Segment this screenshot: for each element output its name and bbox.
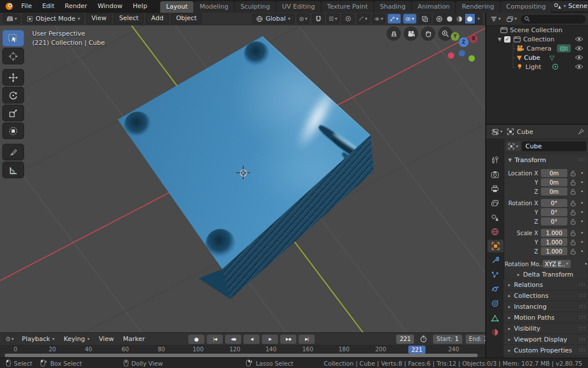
previous-keyframe-button[interactable]: ◀◆: [225, 335, 241, 344]
tab-layout[interactable]: Layout: [160, 1, 193, 13]
tab-render[interactable]: [488, 168, 502, 181]
panel-drag-grip[interactable]: ∷∷: [579, 315, 585, 320]
scene-selector[interactable]: ▾ Scene ×: [551, 1, 588, 12]
tab-shading[interactable]: Shading: [374, 1, 412, 13]
gizmo-axis-z-negative[interactable]: [459, 50, 465, 56]
gizmo-axis-y-negative[interactable]: [469, 55, 475, 62]
menu-object[interactable]: Object: [171, 13, 202, 24]
outliner-row-camera[interactable]: Camera: [486, 44, 588, 53]
zoom-view-button[interactable]: [438, 26, 452, 41]
menu-add[interactable]: Add: [146, 13, 168, 24]
outliner-filter-button[interactable]: ▾: [489, 16, 502, 23]
panel-visibility[interactable]: ▸ Visibility ∷∷: [504, 323, 588, 334]
object-name-field[interactable]: Cube: [522, 141, 586, 151]
blender-logo-icon[interactable]: [5, 2, 14, 10]
outliner-row-scene-collection[interactable]: Scene Collection: [486, 25, 588, 34]
location-z-field[interactable]: 0m: [541, 187, 567, 195]
transform-panel-header[interactable]: ▼ Transform ∷∷: [505, 155, 587, 165]
animate-dot[interactable]: •: [581, 239, 583, 245]
playhead[interactable]: 221: [408, 346, 425, 354]
menu-select[interactable]: Select: [114, 13, 144, 24]
play-reverse-button[interactable]: ◀: [243, 335, 260, 344]
snap-toggle[interactable]: [312, 14, 324, 24]
animate-dot[interactable]: •: [581, 179, 583, 185]
menu-view[interactable]: View: [86, 13, 111, 24]
lock-icon[interactable]: [570, 179, 576, 186]
panel-drag-grip[interactable]: ∷∷: [579, 157, 584, 163]
panel-drag-grip[interactable]: ∷∷: [579, 293, 585, 298]
timeline-scrollbar[interactable]: [5, 354, 478, 357]
tab-object-data[interactable]: [488, 312, 502, 324]
frame-start-field[interactable]: Start: 1: [433, 335, 462, 344]
animate-dot[interactable]: •: [585, 261, 587, 267]
menu-playback[interactable]: Playback▾: [18, 335, 58, 343]
rotation-x-field[interactable]: 0°: [541, 199, 567, 207]
panel-relations[interactable]: ▸ Relations ∷∷: [504, 279, 588, 290]
outliner-row-light[interactable]: Light: [486, 62, 588, 71]
shading-wireframe-button[interactable]: [434, 14, 444, 24]
lock-icon[interactable]: [570, 200, 576, 206]
shading-material-button[interactable]: [455, 14, 465, 24]
panel-custom-properties[interactable]: ▸ Custom Properties ∷∷: [504, 345, 588, 356]
lock-icon[interactable]: [570, 239, 576, 246]
proportional-editing-toggle[interactable]: [342, 14, 354, 24]
pan-view-button[interactable]: [421, 26, 435, 41]
tool-select-box[interactable]: [2, 30, 24, 47]
scale-z-field[interactable]: 1.000: [541, 247, 567, 255]
scale-x-field[interactable]: 1.000: [541, 229, 567, 237]
tool-scale[interactable]: [2, 105, 24, 121]
tab-view-layer[interactable]: [488, 197, 502, 209]
record-button[interactable]: ●: [188, 335, 204, 344]
editor-type-button[interactable]: ▾: [3, 14, 20, 24]
tool-cursor[interactable]: [2, 48, 24, 64]
camera-view-button[interactable]: [404, 26, 418, 41]
panel-drag-grip[interactable]: ∷∷: [579, 336, 585, 342]
panel-drag-grip[interactable]: ∷∷: [579, 304, 585, 309]
tool-measure[interactable]: [2, 162, 24, 178]
proportional-falloff-dropdown[interactable]: ▾: [357, 14, 370, 24]
outliner-search-input[interactable]: [521, 15, 586, 24]
tab-sculpting[interactable]: Sculpting: [235, 1, 276, 13]
jump-to-start-button[interactable]: |◀: [207, 335, 223, 344]
panel-drag-grip[interactable]: ∷∷: [579, 282, 585, 288]
tab-uv-editing[interactable]: UV Editing: [276, 1, 320, 13]
menu-view[interactable]: View: [95, 335, 117, 343]
rotation-mode-dropdown[interactable]: XYZ E.. ▾: [543, 260, 571, 268]
animate-dot[interactable]: •: [581, 218, 583, 224]
use-preview-range-icon[interactable]: [420, 335, 427, 343]
tab-object[interactable]: [488, 240, 504, 252]
tab-output[interactable]: [488, 182, 502, 195]
pin-icon[interactable]: [578, 128, 585, 135]
gizmo-axis-x-negative[interactable]: [448, 52, 454, 59]
viewport-3d[interactable]: User Perspective (221) Collection | Cube: [0, 25, 485, 332]
show-gizmo-toggle[interactable]: ▾: [388, 14, 401, 24]
menu-help[interactable]: Help: [127, 2, 152, 10]
scale-y-field[interactable]: 1.000: [541, 238, 567, 246]
hide-in-viewport-eye-icon[interactable]: [575, 45, 583, 51]
tab-particles[interactable]: [488, 269, 502, 281]
menu-window[interactable]: Window: [92, 2, 127, 10]
menu-marker[interactable]: Marker: [119, 335, 148, 343]
panel-collections[interactable]: ▸ Collections ∷∷: [504, 290, 588, 301]
panel-drag-grip[interactable]: ∷∷: [579, 347, 585, 353]
tab-physics[interactable]: [488, 283, 502, 296]
hide-in-viewport-eye-icon[interactable]: [575, 55, 583, 60]
timeline-ruler[interactable]: 0 20 40 60 80 100 120 140 160 180 200 24…: [0, 346, 485, 354]
hide-in-viewport-eye-icon[interactable]: [575, 36, 583, 42]
tab-scene[interactable]: [488, 211, 502, 224]
lock-icon[interactable]: [570, 218, 576, 225]
animate-dot[interactable]: •: [581, 248, 583, 254]
pivot-point-dropdown[interactable]: ▾: [297, 14, 310, 24]
mode-dropdown[interactable]: Object Mode ▾: [22, 14, 84, 24]
lock-icon[interactable]: [570, 248, 576, 255]
tool-annotate[interactable]: [2, 144, 24, 160]
tab-animation[interactable]: Animation: [412, 1, 455, 13]
tab-tool[interactable]: [488, 154, 502, 166]
object-visibility-dropdown[interactable]: ▾: [372, 14, 385, 24]
lock-icon[interactable]: [570, 189, 576, 195]
tab-constraints[interactable]: [488, 297, 502, 310]
panel-motion-paths[interactable]: ▸ Motion Paths ∷∷: [504, 312, 588, 323]
tab-compositing[interactable]: Compositing: [501, 1, 552, 13]
jump-to-end-button[interactable]: ▶|: [299, 335, 315, 344]
menu-edit[interactable]: Edit: [37, 2, 59, 10]
